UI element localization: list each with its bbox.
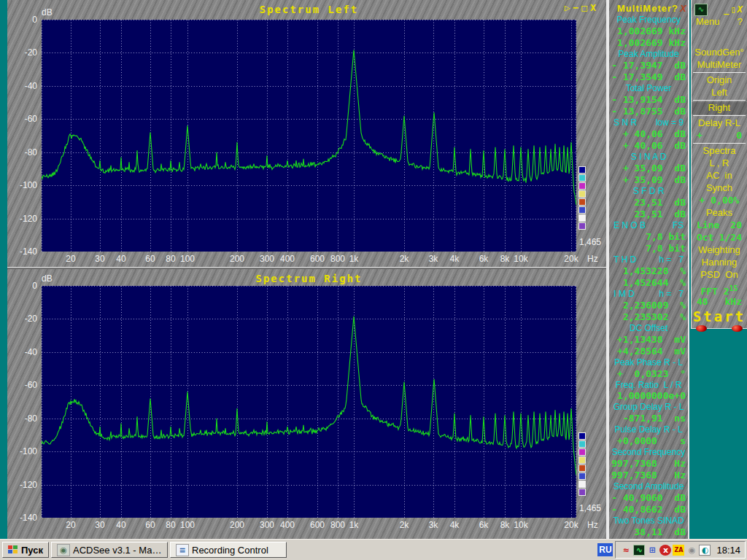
- meter-value: - 17,3947 dB: [609, 60, 688, 71]
- close-icon[interactable]: X: [590, 2, 599, 13]
- fft-size-setting[interactable]: FFT 215: [692, 281, 747, 296]
- meter-label: Pulse Delay R - L: [609, 424, 688, 435]
- legend-color-swatch[interactable]: [578, 489, 586, 496]
- x-tick-label: 1k: [349, 254, 359, 264]
- legend-color-swatch[interactable]: [578, 448, 586, 456]
- maximize-icon[interactable]: □: [581, 2, 590, 13]
- origin-right-button[interactable]: Right: [692, 102, 747, 114]
- x-tick-label: 60: [145, 520, 155, 530]
- delay-value[interactable]: +0: [692, 130, 747, 142]
- volume-icon[interactable]: ◉: [686, 545, 697, 556]
- modem-waves-icon[interactable]: ≈: [620, 545, 632, 556]
- help-icon[interactable]: ?: [672, 3, 680, 14]
- multimeter-button[interactable]: MultiMeter: [692, 59, 747, 71]
- app-icon: ∿: [694, 4, 708, 16]
- divider: [693, 100, 746, 101]
- origin-label: Origin: [692, 74, 747, 87]
- meter-value: 2,235302 %: [609, 311, 688, 323]
- legend-color-swatch[interactable]: [578, 472, 586, 480]
- x-tick-label: 600: [310, 254, 325, 264]
- legend-color-swatch[interactable]: [578, 464, 586, 472]
- x-tick-label: 800: [330, 520, 345, 530]
- start-menu-button[interactable]: Пуск: [2, 542, 49, 558]
- language-indicator[interactable]: RU: [597, 543, 613, 556]
- shield-icon[interactable]: x: [659, 545, 671, 556]
- minimize-icon[interactable]: −: [573, 2, 582, 13]
- legend-color-swatch[interactable]: [578, 440, 586, 448]
- zonealarm-icon[interactable]: ZA: [673, 545, 684, 556]
- y-tick-label: -60: [25, 114, 37, 124]
- legend-color-swatch[interactable]: [578, 174, 586, 182]
- divider: [693, 143, 746, 144]
- legend-color-swatch[interactable]: [578, 222, 586, 230]
- legend-color-swatch[interactable]: [578, 432, 586, 440]
- x-tick-label: 200: [230, 254, 244, 264]
- meter-label: I M Dh = 7: [609, 289, 688, 300]
- right-channel-led: [732, 325, 743, 332]
- network-icon[interactable]: ⊞: [646, 545, 658, 556]
- x-tick-label: 400: [280, 520, 295, 530]
- synch-value[interactable]: + 0,00%: [692, 195, 747, 207]
- windows-logo-icon: [8, 545, 18, 554]
- meter-label: Total Power: [609, 83, 688, 94]
- x-tick-label: 80: [166, 520, 175, 530]
- spectrum-chart: [42, 20, 576, 252]
- sample-rate-setting[interactable]: 48kHz: [692, 296, 747, 308]
- x-tick-label: 30: [95, 254, 104, 264]
- cursor-readout: 1,465: [579, 503, 601, 513]
- meter-label: DC Offset: [609, 323, 688, 334]
- legend-color-swatch[interactable]: [578, 198, 586, 206]
- y-axis-labels: 0-20-40-60-80-100-120-140: [8, 286, 39, 518]
- x-tick-label: 4k: [450, 520, 460, 530]
- peaks-button[interactable]: Peaks: [692, 207, 747, 219]
- help-icon[interactable]: ?: [738, 16, 743, 29]
- synch-button[interactable]: Synch: [692, 182, 747, 195]
- close-icon[interactable]: X: [738, 4, 744, 15]
- spectrum-left-plot[interactable]: dB 0-20-40-60-80-100-120-140 Hz203040608…: [42, 20, 576, 252]
- divider: [693, 72, 746, 73]
- taskbar-task-recording-control[interactable]: ≡Recording Control: [170, 542, 287, 558]
- legend-color-swatch[interactable]: [578, 190, 586, 198]
- taskbar-task-acdsee[interactable]: ◉ACDSee v3.1 - Магнито...: [51, 542, 168, 558]
- legend-color-swatch[interactable]: [578, 166, 586, 174]
- player-icon[interactable]: ◐: [699, 545, 711, 556]
- origin-left-button[interactable]: Left: [692, 87, 747, 99]
- legend-color-swatch[interactable]: [578, 214, 586, 222]
- x-axis-labels: Hz20304060801002003004006008001k2k3k4k6k…: [42, 520, 576, 531]
- ac-in-button[interactable]: AC in: [692, 170, 747, 182]
- meter-value: - 40,8662 dB: [609, 504, 688, 516]
- y-tick-label: -60: [25, 380, 37, 390]
- soundgen-button[interactable]: SoundGen°: [692, 47, 747, 59]
- minimize-icon[interactable]: _: [724, 4, 730, 15]
- x-tick-label: 3k: [429, 254, 438, 264]
- legend-color-swatch[interactable]: [578, 456, 586, 464]
- psd-button[interactable]: PSD On: [692, 269, 747, 281]
- start-button[interactable]: Start: [692, 308, 747, 324]
- spectra-channels-button[interactable]: L , R: [692, 158, 747, 170]
- x-tick-label: 100: [180, 520, 195, 530]
- meter-value: 23,51 dB: [609, 197, 688, 209]
- line-setting[interactable]: Line20: [692, 219, 747, 232]
- play-icon[interactable]: ▷: [565, 2, 573, 13]
- meter-label: Freq. Ratio L / R: [609, 380, 688, 391]
- trace-color-legend: [578, 432, 589, 497]
- menu-button[interactable]: Menu: [696, 16, 720, 29]
- meter-value: +0,0000 s: [609, 435, 688, 447]
- x-tick-label: 200: [230, 520, 244, 530]
- maximize-icon[interactable]: ▯: [731, 4, 738, 15]
- multimeter-titlebar: MultiMeter ? X: [609, 2, 688, 15]
- y-tick-label: -40: [25, 347, 37, 357]
- y-axis-unit: dB: [42, 7, 53, 18]
- legend-color-swatch[interactable]: [578, 182, 586, 190]
- octave-setting[interactable]: Oct1/24: [692, 232, 747, 244]
- meter-label: E N O BFS: [609, 220, 688, 231]
- spectrum-right-plot[interactable]: dB 0-20-40-60-80-100-120-140 Hz203040608…: [42, 286, 576, 518]
- spectralab-icon[interactable]: ∿: [633, 545, 645, 556]
- weighting-value-button[interactable]: Hanning: [692, 257, 747, 269]
- legend-color-swatch[interactable]: [578, 481, 586, 488]
- clock: 18:14: [712, 545, 740, 556]
- x-tick-label: 300: [260, 520, 274, 530]
- close-icon[interactable]: X: [680, 3, 688, 14]
- legend-color-swatch[interactable]: [578, 206, 586, 214]
- x-tick-label: 20: [66, 254, 75, 264]
